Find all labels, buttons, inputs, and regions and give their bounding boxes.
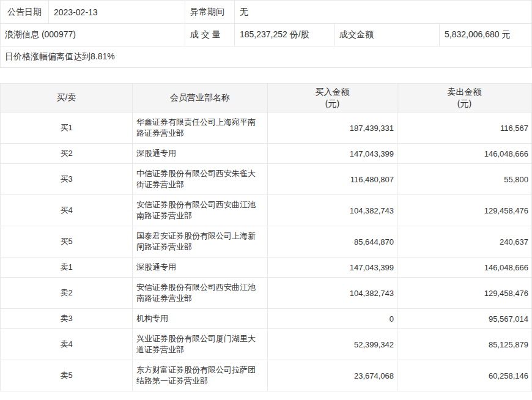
turnover-label: 成交金额 [334, 24, 440, 46]
side-cell: 卖4 [1, 329, 133, 360]
buy-amount-cell: 104,382,743 [268, 195, 397, 226]
side-cell: 卖5 [1, 360, 133, 391]
branch-cell: 深股通专用 [133, 144, 268, 163]
col-header-sell: 卖出金额 (元) [397, 84, 531, 112]
broker-table: 买/卖 会员营业部名称 买入金额 (元) 卖出金额 (元) 买1 华鑫证券有限责… [0, 83, 532, 391]
page: 公告日期 2023-02-13 异常期间 无 浪潮信息 (000977) 成 交… [0, 0, 532, 391]
sell-amount-cell: 146,048,666 [397, 257, 531, 277]
sell-amount-cell: 129,458,476 [397, 195, 531, 226]
table-row: 卖2 安信证券股份有限公司西安曲江池南路证券营业部 104,382,743 12… [1, 277, 531, 308]
side-cell: 卖3 [1, 309, 133, 328]
buy-amount-cell: 147,043,399 [268, 144, 397, 163]
col-header-buy-unit: (元) [325, 98, 339, 109]
sell-amount-cell: 85,125,879 [397, 329, 531, 360]
summary-row-volume: 浪潮信息 (000977) 成 交 量 185,237,252 份/股 成交金额… [1, 23, 531, 46]
col-header-sell-title: 卖出金额 [448, 86, 482, 98]
side-cell: 买4 [1, 195, 133, 226]
branch-cell: 华鑫证券有限责任公司上海宛平南路证券营业部 [133, 113, 268, 143]
buy-amount-cell: 187,439,331 [268, 113, 397, 143]
col-header-sell-unit: (元) [457, 98, 471, 109]
sell-amount-cell: 95,567,014 [397, 309, 531, 328]
summary-panel: 公告日期 2023-02-13 异常期间 无 浪潮信息 (000977) 成 交… [0, 0, 532, 68]
side-cell: 买1 [1, 113, 133, 143]
table-header-row: 买/卖 会员营业部名称 买入金额 (元) 卖出金额 (元) [1, 84, 531, 112]
sell-amount-cell: 146,048,666 [397, 144, 531, 163]
abnormal-period-value: 无 [235, 1, 531, 23]
sell-amount-cell: 116,567 [397, 113, 531, 143]
table-row: 买2 深股通专用 147,043,399 146,048,666 [1, 143, 531, 163]
buy-amount-cell: 0 [268, 309, 397, 328]
deviation-notice: 日价格涨幅偏离值达到8.81% [1, 46, 531, 67]
side-cell: 卖2 [1, 278, 133, 308]
branch-cell: 国泰君安证券股份有限公司上海新闸路证券营业部 [133, 226, 268, 257]
side-cell: 卖1 [1, 257, 133, 277]
buy-amount-cell: 116,480,807 [268, 164, 397, 194]
col-header-buy: 买入金额 (元) [268, 84, 397, 112]
summary-row-date: 公告日期 2023-02-13 异常期间 无 [1, 1, 531, 23]
turnover-value: 5,832,006,680 元 [440, 24, 531, 46]
stock-name: 浪潮信息 (000977) [1, 24, 185, 46]
branch-cell: 兴业证券股份有限公司厦门湖里大道证券营业部 [133, 329, 268, 360]
table-row: 卖5 东方财富证券股份有限公司拉萨团结路第一证券营业部 23,674,068 6… [1, 360, 531, 391]
buy-amount-cell: 85,644,870 [268, 226, 397, 257]
table-row: 卖1 深股通专用 147,043,399 146,048,666 [1, 257, 531, 277]
branch-cell: 东方财富证券股份有限公司拉萨团结路第一证券营业部 [133, 360, 268, 391]
buy-amount-cell: 23,674,068 [268, 360, 397, 391]
sell-amount-cell: 60,258,146 [397, 360, 531, 391]
sell-amount-cell: 129,458,476 [397, 278, 531, 308]
buy-amount-cell: 147,043,399 [268, 257, 397, 277]
col-header-branch: 会员营业部名称 [133, 84, 268, 112]
branch-cell: 安信证券股份有限公司西安曲江池南路证券营业部 [133, 195, 268, 226]
announce-date-label: 公告日期 [1, 1, 49, 23]
branch-cell: 深股通专用 [133, 257, 268, 277]
sell-amount-cell: 240,637 [397, 226, 531, 257]
volume-label: 成 交 量 [185, 24, 235, 46]
buy-amount-cell: 104,382,743 [268, 278, 397, 308]
abnormal-period-label: 异常期间 [185, 1, 235, 23]
branch-cell: 中信证券股份有限公司西安朱雀大街证券营业部 [133, 164, 268, 194]
table-row: 买3 中信证券股份有限公司西安朱雀大街证券营业部 116,480,807 55,… [1, 163, 531, 194]
volume-value: 185,237,252 份/股 [235, 24, 334, 46]
side-cell: 买3 [1, 164, 133, 194]
table-row: 买1 华鑫证券有限责任公司上海宛平南路证券营业部 187,439,331 116… [1, 112, 531, 143]
sell-amount-cell: 55,800 [397, 164, 531, 194]
summary-row-notice: 日价格涨幅偏离值达到8.81% [1, 46, 531, 67]
col-header-buy-title: 买入金额 [316, 86, 350, 98]
side-cell: 买2 [1, 144, 133, 163]
table-row: 买5 国泰君安证券股份有限公司上海新闸路证券营业部 85,644,870 240… [1, 226, 531, 257]
table-row: 卖4 兴业证券股份有限公司厦门湖里大道证券营业部 52,399,342 85,1… [1, 328, 531, 360]
announce-date-value: 2023-02-13 [49, 1, 185, 23]
branch-cell: 机构专用 [133, 309, 268, 328]
table-body: 买1 华鑫证券有限责任公司上海宛平南路证券营业部 187,439,331 116… [1, 112, 531, 391]
col-header-side: 买/卖 [1, 84, 133, 112]
table-row: 卖3 机构专用 0 95,567,014 [1, 308, 531, 328]
side-cell: 买5 [1, 226, 133, 257]
table-row: 买4 安信证券股份有限公司西安曲江池南路证券营业部 104,382,743 12… [1, 194, 531, 226]
branch-cell: 安信证券股份有限公司西安曲江池南路证券营业部 [133, 278, 268, 308]
buy-amount-cell: 52,399,342 [268, 329, 397, 360]
